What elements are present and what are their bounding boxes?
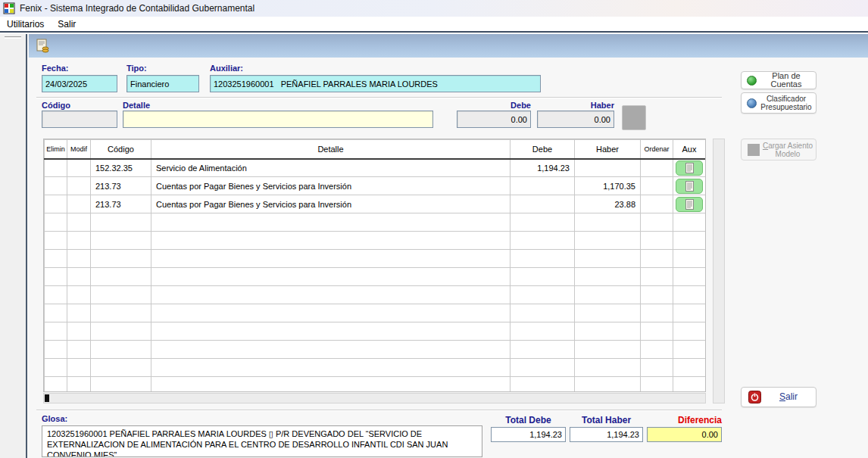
empty-grid-row bbox=[45, 341, 706, 359]
empty-grid-row bbox=[45, 359, 706, 377]
codigo-label: Código bbox=[42, 101, 70, 110]
empty-grid-row bbox=[45, 304, 706, 322]
gray-square-icon bbox=[748, 144, 760, 156]
cell-debe bbox=[510, 177, 575, 195]
plan-de-cuentas-label: Plan de Cuentas bbox=[757, 72, 816, 89]
app-icon bbox=[3, 2, 15, 14]
auxiliar-label: Auxiliar: bbox=[210, 64, 243, 73]
scrollbar-thumb[interactable] bbox=[45, 394, 49, 402]
note-icon bbox=[685, 199, 694, 210]
detalle-label: Detalle bbox=[123, 101, 150, 110]
grid-row[interactable]: 213.73 Cuentas por Pagar Bienes y Servic… bbox=[45, 195, 706, 213]
cell-haber: 1,170.35 bbox=[575, 177, 641, 195]
aux-button[interactable] bbox=[676, 160, 703, 176]
title-bar: Fenix - Sistema Integrado de Contabilida… bbox=[0, 0, 868, 17]
app-window: Fenix - Sistema Integrado de Contabilida… bbox=[0, 0, 868, 458]
panel-grip[interactable] bbox=[5, 36, 21, 39]
col-haber: Haber bbox=[575, 140, 641, 159]
cargar-asiento-modelo-button-disabled: Cargar Asiento Modelo bbox=[741, 139, 816, 160]
note-icon bbox=[685, 163, 694, 173]
menu-salir[interactable]: Salir bbox=[51, 17, 83, 31]
grid-horizontal-scrollbar[interactable] bbox=[43, 393, 706, 403]
grid-row[interactable]: 213.73 Cuentas por Pagar Bienes y Servic… bbox=[45, 177, 706, 195]
grid-header-row: Elimin Modif Código Detalle Debe Haber O… bbox=[45, 140, 706, 159]
empty-grid-row bbox=[45, 268, 706, 286]
col-detalle: Detalle bbox=[151, 140, 510, 159]
cell-codigo: 213.73 bbox=[91, 195, 151, 213]
fecha-label: Fecha: bbox=[42, 64, 68, 73]
col-modif: Modif bbox=[67, 140, 91, 159]
col-codigo: Código bbox=[91, 140, 151, 159]
col-debe: Debe bbox=[510, 140, 575, 159]
cell-detalle: Cuentas por Pagar Bienes y Servicios par… bbox=[151, 177, 510, 195]
total-haber-label: Total Haber bbox=[570, 415, 643, 425]
empty-grid-row bbox=[45, 286, 706, 304]
glosa-label: Glosa: bbox=[42, 414, 67, 423]
total-debe-field bbox=[491, 427, 566, 442]
haber-label: Haber bbox=[537, 101, 614, 110]
cell-haber: 23.88 bbox=[575, 195, 641, 213]
cell-haber bbox=[575, 159, 641, 177]
diferencia-label: Diferencia bbox=[647, 415, 722, 425]
clasificador-label: Clasificador Presupuestario bbox=[757, 95, 816, 111]
glosa-textarea[interactable]: 1203251960001 PEÑAFIEL PARRALES MARIA LO… bbox=[42, 425, 482, 457]
clasificador-presupuestario-button[interactable]: Clasificador Presupuestario bbox=[741, 92, 816, 114]
haber-input[interactable] bbox=[537, 111, 614, 128]
entries-grid: Elimin Modif Código Detalle Debe Haber O… bbox=[43, 139, 706, 392]
green-sphere-icon bbox=[747, 76, 757, 86]
empty-grid-row bbox=[45, 250, 706, 268]
toolbar bbox=[29, 34, 868, 58]
total-haber-field bbox=[570, 427, 643, 442]
cell-detalle: Cuentas por Pagar Bienes y Servicios par… bbox=[151, 195, 510, 213]
add-line-button-disabled bbox=[622, 105, 646, 130]
aux-button[interactable] bbox=[676, 197, 703, 212]
tipo-label: Tipo: bbox=[126, 64, 147, 73]
tipo-input[interactable] bbox=[126, 75, 199, 92]
cargar-asiento-label: Cargar Asiento Modelo bbox=[760, 142, 816, 158]
menu-bar: Utilitarios Salir bbox=[0, 17, 868, 33]
cell-codigo: 152.32.35 bbox=[91, 159, 151, 177]
window-title: Fenix - Sistema Integrado de Contabilida… bbox=[20, 3, 254, 14]
power-icon bbox=[748, 391, 761, 403]
cell-codigo: 213.73 bbox=[91, 177, 151, 195]
separator-top bbox=[36, 97, 722, 98]
salir-button[interactable]: Salir bbox=[741, 387, 816, 407]
detalle-input[interactable] bbox=[123, 111, 433, 128]
cell-detalle: Servicio de Alimentación bbox=[151, 159, 510, 177]
col-elimin: Elimin bbox=[45, 140, 67, 159]
empty-grid-row bbox=[45, 377, 706, 393]
new-entry-document-icon[interactable] bbox=[36, 39, 51, 54]
main-panel: Fecha: Tipo: Auxiliar: Código Detalle De… bbox=[29, 34, 868, 458]
col-ordenar: Ordenar bbox=[641, 140, 673, 159]
cell-debe bbox=[510, 195, 575, 213]
empty-grid-row bbox=[45, 322, 706, 341]
debe-label: Debe bbox=[457, 101, 531, 110]
note-icon bbox=[685, 181, 694, 192]
empty-grid-row bbox=[45, 232, 706, 250]
fecha-input[interactable] bbox=[42, 75, 117, 92]
left-panel-strip[interactable] bbox=[0, 34, 27, 458]
blue-sphere-icon bbox=[747, 98, 757, 108]
empty-grid-row bbox=[45, 213, 706, 232]
codigo-input[interactable] bbox=[42, 111, 117, 128]
auxiliar-input[interactable] bbox=[210, 75, 541, 92]
menu-utilitarios[interactable]: Utilitarios bbox=[0, 17, 51, 31]
salir-button-label: Salir bbox=[761, 393, 816, 401]
grid-body: 152.32.35 Servicio de Alimentación 1,194… bbox=[45, 159, 706, 393]
col-aux: Aux bbox=[673, 140, 706, 159]
grid-vertical-scrollbar[interactable] bbox=[713, 139, 725, 403]
cell-debe: 1,194.23 bbox=[510, 159, 575, 177]
total-debe-label: Total Debe bbox=[491, 415, 566, 425]
aux-button[interactable] bbox=[676, 179, 703, 194]
diferencia-field bbox=[647, 427, 722, 442]
separator-bottom bbox=[36, 410, 722, 411]
debe-input[interactable] bbox=[457, 111, 531, 128]
grid-row[interactable]: 152.32.35 Servicio de Alimentación 1,194… bbox=[45, 159, 706, 177]
plan-de-cuentas-button[interactable]: Plan de Cuentas bbox=[741, 71, 816, 89]
